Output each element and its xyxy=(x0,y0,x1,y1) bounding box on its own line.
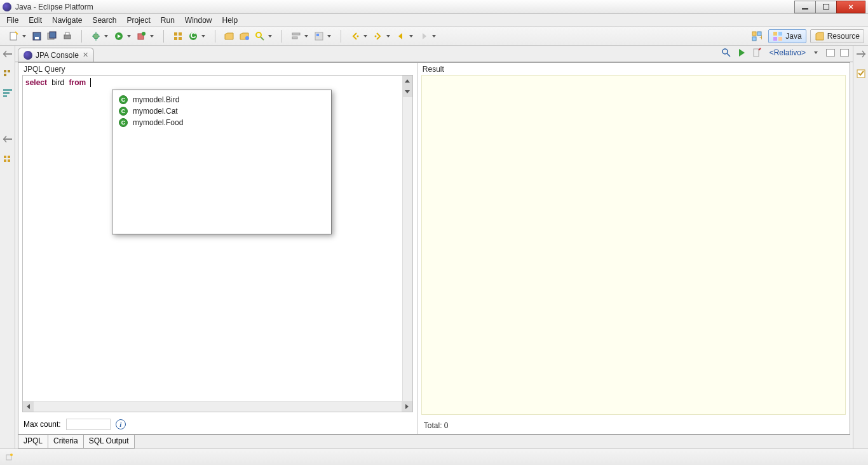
scroll-left-icon[interactable] xyxy=(23,401,34,412)
max-count-label: Max count: xyxy=(24,420,61,429)
restore-right-icon[interactable] xyxy=(856,50,866,60)
svg-point-18 xyxy=(256,32,261,37)
minimize-view-icon[interactable] xyxy=(826,49,835,57)
tab-jpql[interactable]: JPQL xyxy=(18,435,48,448)
svg-rect-11 xyxy=(174,32,177,36)
new-icon[interactable] xyxy=(8,30,20,42)
relativo-dropdown[interactable] xyxy=(813,50,818,56)
clear-icon[interactable] xyxy=(752,48,762,58)
result-pane-header: Result xyxy=(417,63,850,75)
toggle-breadcrumb-dropdown[interactable] xyxy=(304,33,309,39)
status-decorator-icon[interactable] xyxy=(4,452,14,462)
save-icon[interactable] xyxy=(31,30,43,42)
vertical-scrollbar[interactable] xyxy=(402,76,412,401)
jpa-console-tab[interactable]: JPA Console ✕ xyxy=(18,48,94,62)
window-maximize-button[interactable] xyxy=(815,1,837,13)
perspective-resource[interactable]: Resource xyxy=(810,29,864,43)
menu-project[interactable]: Project xyxy=(121,15,155,26)
search-dropdown[interactable] xyxy=(268,33,273,39)
open-perspective-icon[interactable]: + xyxy=(751,30,763,42)
svg-rect-41 xyxy=(4,156,6,158)
info-icon[interactable]: i xyxy=(116,419,126,429)
window-titlebar: Java - Eclipse Platform × xyxy=(0,0,868,14)
content-assist-label: mymodel.Food xyxy=(133,118,183,127)
navigator-stub-icon[interactable] xyxy=(3,154,13,164)
query-pane-header: JPQL Query xyxy=(18,63,417,75)
content-assist-item[interactable]: mymodel.Bird xyxy=(112,94,331,105)
scroll-up-icon[interactable] xyxy=(403,76,412,86)
menu-navigate[interactable]: Navigate xyxy=(47,15,87,26)
identifier-bird: bird xyxy=(51,78,64,87)
content-assist-label: mymodel.Bird xyxy=(133,95,179,104)
tab-sql-output[interactable]: SQL Output xyxy=(83,435,135,448)
menu-edit[interactable]: Edit xyxy=(24,15,47,26)
hierarchy-stub-icon[interactable] xyxy=(3,88,13,98)
print-icon[interactable] xyxy=(62,30,73,42)
nav-back-dropdown[interactable] xyxy=(409,33,414,39)
new-dropdown[interactable] xyxy=(22,33,27,39)
run-query-icon[interactable] xyxy=(736,48,747,58)
left-trim-stack xyxy=(0,46,15,448)
toggle-breadcrumb-icon[interactable] xyxy=(290,30,302,42)
external-tools-icon[interactable] xyxy=(136,30,147,42)
nav-back-annotation-dropdown[interactable] xyxy=(363,33,368,39)
run-icon[interactable] xyxy=(113,30,125,42)
nav-fwd-annotation-icon[interactable] xyxy=(372,30,384,42)
svg-rect-32 xyxy=(778,37,782,41)
window-close-button[interactable]: × xyxy=(836,1,865,13)
nav-fwd-icon[interactable] xyxy=(418,30,430,42)
horizontal-scrollbar[interactable] xyxy=(23,401,412,412)
toggle-mark-dropdown[interactable] xyxy=(327,33,332,39)
new-class-icon[interactable]: C xyxy=(187,30,199,42)
tab-criteria[interactable]: Criteria xyxy=(48,435,84,448)
svg-rect-42 xyxy=(8,156,10,158)
content-assist-item[interactable]: mymodel.Food xyxy=(112,117,331,128)
menu-window[interactable]: Window xyxy=(180,15,217,26)
new-class-dropdown[interactable] xyxy=(201,33,206,39)
svg-rect-19 xyxy=(292,33,300,35)
restore-icon[interactable] xyxy=(3,50,13,60)
nav-fwd-dropdown[interactable] xyxy=(431,33,437,39)
content-assist-item[interactable]: mymodel.Cat xyxy=(112,105,331,117)
menu-help[interactable]: Help xyxy=(217,15,243,26)
toggle-mark-icon[interactable] xyxy=(313,30,325,42)
nav-fwd-annotation-dropdown[interactable] xyxy=(386,33,391,39)
svg-rect-20 xyxy=(292,37,297,39)
scroll-right-icon[interactable] xyxy=(402,401,412,412)
task-list-stub-icon[interactable] xyxy=(856,69,866,79)
menu-search[interactable]: Search xyxy=(87,15,121,26)
menu-file[interactable]: File xyxy=(1,15,24,26)
window-minimize-button[interactable] xyxy=(794,1,816,13)
svg-rect-43 xyxy=(4,159,6,162)
external-tools-dropdown[interactable] xyxy=(149,33,154,39)
open-task-icon[interactable] xyxy=(239,30,250,42)
close-tab-icon[interactable]: ✕ xyxy=(83,51,88,59)
save-all-icon[interactable] xyxy=(46,30,58,42)
scroll-down-icon[interactable] xyxy=(403,86,412,97)
perspective-java[interactable]: Java xyxy=(768,29,806,43)
svg-rect-4 xyxy=(50,32,56,38)
run-dropdown[interactable] xyxy=(126,33,132,39)
attach-icon[interactable] xyxy=(721,48,731,58)
package-explorer-stub-icon[interactable] xyxy=(3,69,13,79)
svg-rect-34 xyxy=(4,70,6,72)
perspective-resource-label: Resource xyxy=(827,32,860,41)
menu-run[interactable]: Run xyxy=(156,15,180,26)
svg-point-23 xyxy=(357,35,359,37)
jpa-console-icon xyxy=(24,51,32,60)
new-package-icon[interactable] xyxy=(172,30,184,42)
debug-dropdown[interactable] xyxy=(104,33,109,39)
content-assist-popup: mymodel.Bird mymodel.Cat mymodel.Food xyxy=(112,90,332,234)
relativo-link[interactable]: <Relativo> xyxy=(767,48,808,57)
nav-back-annotation-icon[interactable] xyxy=(349,30,361,42)
restore-2-icon[interactable] xyxy=(3,135,13,145)
svg-rect-31 xyxy=(773,37,777,41)
max-count-input[interactable] xyxy=(66,419,111,430)
maximize-view-icon[interactable] xyxy=(840,49,849,57)
search-icon[interactable] xyxy=(254,30,266,42)
class-icon xyxy=(119,107,128,116)
nav-back-icon[interactable] xyxy=(395,30,407,42)
open-type-icon[interactable] xyxy=(224,30,235,42)
debug-icon[interactable] xyxy=(90,30,102,42)
svg-rect-22 xyxy=(316,34,319,36)
